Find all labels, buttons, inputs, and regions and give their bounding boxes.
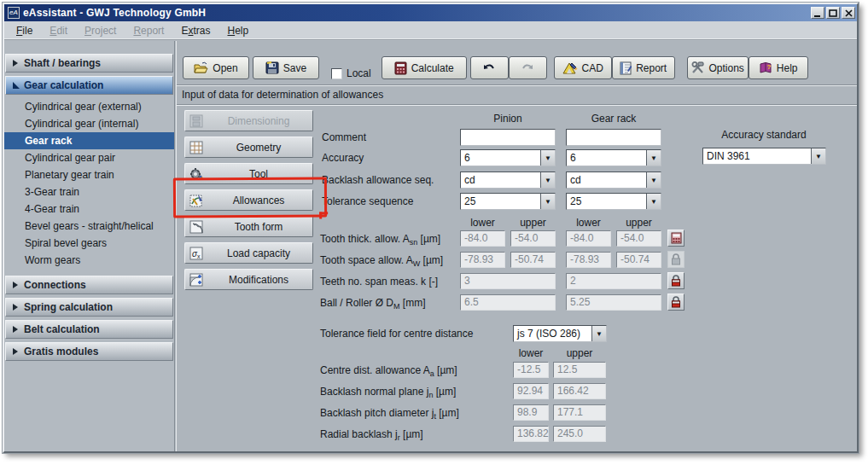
- backlash-pitch-label: Backlash pitch diameter jt [µm]: [320, 407, 459, 421]
- redo-button: [509, 56, 547, 79]
- minimize-button[interactable]: [811, 7, 824, 19]
- minimize-icon: [813, 9, 822, 17]
- app-icon: eA: [8, 7, 20, 19]
- svg-text:x: x: [197, 253, 201, 259]
- dropdown-arrow-icon[interactable]: ▼: [591, 326, 606, 341]
- centre-col-upper: upper: [553, 347, 606, 359]
- undo-button[interactable]: [470, 56, 509, 79]
- tooth-space-pinion-upper: -50.74: [510, 252, 556, 268]
- load-capacity-button[interactable]: σx Load capacity: [184, 242, 313, 264]
- backlash-seq-dropdown-pinion[interactable]: cd ▼: [460, 171, 556, 189]
- tool-gear-icon: [188, 166, 205, 183]
- accuracy-dropdown-gear-rack[interactable]: 6 ▼: [566, 149, 661, 166]
- save-button[interactable]: Save: [253, 56, 319, 79]
- sidebar-item-spiral-bevel-gears[interactable]: Spiral bevel gears: [4, 235, 174, 252]
- sidebar-item-bevel-gears[interactable]: Bevel gears - straight/helical: [4, 218, 174, 235]
- collapsed-arrow-icon: [13, 326, 18, 333]
- tooth-form-button[interactable]: Tooth form: [184, 216, 313, 237]
- ball-roller-lock-button[interactable]: [667, 294, 684, 311]
- sidebar-item-cylindrical-gear-pair[interactable]: Cylindrical gear pair: [4, 149, 174, 166]
- tolerance-field-dropdown[interactable]: js 7 (ISO 286) ▼: [513, 325, 607, 342]
- open-button[interactable]: Open: [183, 56, 249, 79]
- dropdown-arrow-icon[interactable]: ▼: [646, 150, 661, 166]
- lock-gray-icon: [671, 253, 681, 265]
- toolbar: Open Save Local Calculate CAD: [177, 41, 857, 84]
- window-title: eAssistant - GWJ Technology GmbH: [23, 7, 206, 19]
- dropdown-arrow-icon[interactable]: ▼: [540, 172, 555, 188]
- collapsed-arrow-icon: [13, 60, 18, 67]
- options-button[interactable]: Options: [687, 56, 749, 79]
- col-header-lower-2: lower: [566, 217, 611, 229]
- sidebar-item-planetary-gear-train[interactable]: Planetary gear train: [4, 166, 174, 183]
- modifications-icon: [188, 271, 205, 288]
- sidebar-item-4-gear-train[interactable]: 4-Gear train: [4, 201, 174, 218]
- dropdown-arrow-icon[interactable]: ▼: [646, 172, 661, 188]
- menu-file[interactable]: File: [8, 21, 41, 40]
- teeth-span-lock-button[interactable]: [667, 272, 684, 289]
- tooth-space-lock-button: [667, 251, 684, 268]
- cad-button[interactable]: CAD: [554, 56, 612, 79]
- sidebar-group-spring-calculation[interactable]: Spring calculation: [5, 298, 173, 317]
- sidebar-item-cylindrical-gear-external[interactable]: Cylindrical gear (external): [4, 98, 174, 115]
- ball-roller-pinion: 6.5: [460, 294, 556, 311]
- title-bar: eA eAssistant - GWJ Technology GmbH: [4, 4, 857, 21]
- tooth-thick-label: Tooth thick. allow. Asn [µm]: [320, 233, 440, 247]
- local-checkbox-group: Local: [326, 67, 375, 79]
- local-checkbox[interactable]: [331, 68, 342, 79]
- dimensioning-icon: [188, 113, 205, 130]
- dimensioning-button: Dimensioning: [184, 110, 313, 131]
- sidebar-item-gear-rack[interactable]: Gear rack: [4, 132, 174, 149]
- save-floppy-icon: [265, 61, 279, 74]
- tooth-thick-pinion-lower: -84.0: [460, 230, 505, 247]
- backlash-normal-lower: 92.94: [513, 383, 549, 399]
- modifications-button[interactable]: Modifications: [184, 269, 313, 290]
- local-label: Local: [347, 67, 371, 79]
- backlash-seq-dropdown-gear-rack[interactable]: cd ▼: [566, 171, 661, 189]
- dropdown-arrow-icon[interactable]: ▼: [540, 194, 555, 209]
- geometry-button[interactable]: Geometry: [184, 137, 313, 158]
- tolerance-seq-dropdown-gear-rack[interactable]: 25 ▼: [566, 193, 661, 210]
- tooth-space-label: Tooth space allow. AW [µm]: [320, 254, 443, 268]
- accuracy-standard-dropdown[interactable]: DIN 3961 ▼: [702, 148, 826, 165]
- maximize-button[interactable]: [826, 7, 840, 19]
- col-header-upper-2: upper: [616, 217, 661, 229]
- sidebar-group-connections[interactable]: Connections: [5, 276, 173, 294]
- help-button[interactable]: ? Help: [749, 56, 808, 79]
- centre-col-lower: lower: [513, 347, 549, 359]
- open-folder-icon: [194, 61, 208, 74]
- sidebar-group-shaft-bearings[interactable]: Shaft / bearings: [5, 54, 173, 73]
- accuracy-dropdown-pinion[interactable]: 6 ▼: [460, 149, 556, 166]
- tooth-thick-calculator-button[interactable]: [667, 230, 684, 247]
- sidebar-group-gratis-modules[interactable]: Gratis modules: [5, 342, 173, 361]
- tooth-thick-pinion-upper: -54.0: [510, 230, 556, 247]
- sidebar-item-3-gear-train[interactable]: 3-Gear train: [4, 183, 174, 201]
- close-button[interactable]: [842, 7, 855, 19]
- sidebar-item-cylindrical-gear-internal[interactable]: Cylindrical gear (internal): [4, 115, 174, 132]
- tooth-space-rack-upper: -50.74: [616, 252, 661, 268]
- sidebar-group-gear-calculation[interactable]: Gear calculation: [5, 76, 173, 95]
- sidebar-group-belt-calculation[interactable]: Belt calculation: [5, 320, 173, 339]
- geometry-icon: [188, 139, 205, 156]
- accuracy-label: Accuracy: [322, 152, 364, 164]
- report-button[interactable]: Report: [612, 56, 675, 79]
- menu-help[interactable]: Help: [218, 21, 257, 40]
- tool-button[interactable]: Tool: [184, 163, 313, 184]
- dropdown-arrow-icon[interactable]: ▼: [646, 194, 661, 209]
- tooth-thick-rack-upper: -54.0: [616, 230, 661, 247]
- col-header-lower-1: lower: [460, 217, 505, 229]
- tolerance-seq-dropdown-pinion[interactable]: 25 ▼: [460, 193, 556, 210]
- menu-report: Report: [125, 21, 172, 40]
- comment-input-pinion[interactable]: [460, 129, 556, 146]
- tooth-thick-rack-lower: -84.0: [566, 230, 611, 247]
- tolerance-seq-label: Tolerance sequence: [322, 195, 413, 207]
- ball-roller-rack: 5.25: [566, 294, 661, 311]
- comment-input-gear-rack[interactable]: [566, 129, 661, 146]
- dropdown-arrow-icon[interactable]: ▼: [811, 148, 825, 164]
- allowances-button[interactable]: Allowances: [184, 189, 313, 211]
- main-panel: Open Save Local Calculate CAD: [176, 41, 857, 451]
- calculate-button[interactable]: Calculate: [382, 56, 467, 79]
- dropdown-arrow-icon[interactable]: ▼: [540, 150, 555, 166]
- sidebar-item-worm-gears[interactable]: Worm gears: [4, 252, 174, 269]
- menu-extras[interactable]: Extras: [172, 21, 218, 40]
- calculator-icon: [394, 61, 407, 75]
